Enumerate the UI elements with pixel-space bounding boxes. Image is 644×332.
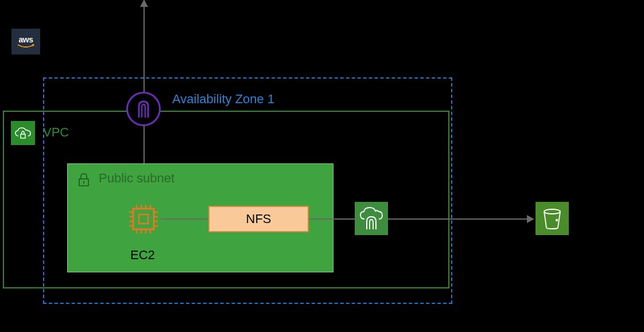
aws-logo: aws bbox=[11, 29, 40, 54]
nfs-label: NFS bbox=[246, 212, 271, 226]
arrow-nfs-to-endpoint bbox=[309, 218, 355, 220]
svg-rect-0 bbox=[21, 134, 25, 138]
vpc-icon-box bbox=[11, 121, 35, 145]
cloud-lock-icon bbox=[14, 126, 32, 140]
arrow-ec2-to-nfs bbox=[161, 218, 208, 220]
lock-icon bbox=[76, 171, 92, 188]
availability-zone-label: Availability Zone 1 bbox=[172, 92, 274, 107]
gateway-icon bbox=[135, 100, 152, 118]
chip-icon bbox=[126, 202, 161, 236]
s3-bucket bbox=[536, 202, 569, 235]
bucket-icon bbox=[541, 207, 563, 230]
ec2-label: EC2 bbox=[130, 248, 155, 263]
internet-gateway bbox=[126, 92, 161, 126]
svg-point-22 bbox=[544, 209, 560, 214]
svg-rect-5 bbox=[139, 214, 148, 224]
aws-smile-icon bbox=[17, 44, 34, 49]
vpc-label: VPC bbox=[43, 125, 69, 140]
svg-point-2 bbox=[83, 181, 84, 182]
arrow-head-up bbox=[140, 0, 148, 7]
arrow-head-right bbox=[527, 215, 534, 223]
aws-logo-text: aws bbox=[19, 35, 33, 44]
svg-rect-4 bbox=[133, 209, 154, 229]
cloud-gateway-icon bbox=[358, 205, 385, 232]
vpc-endpoint bbox=[355, 202, 388, 235]
nfs-share: NFS bbox=[208, 206, 309, 232]
arrow-endpoint-to-s3 bbox=[388, 218, 529, 220]
ec2-instance bbox=[126, 202, 161, 236]
subnet-icon-box bbox=[73, 169, 94, 190]
subnet-label: Public subnet bbox=[99, 171, 174, 186]
svg-point-23 bbox=[556, 219, 558, 221]
